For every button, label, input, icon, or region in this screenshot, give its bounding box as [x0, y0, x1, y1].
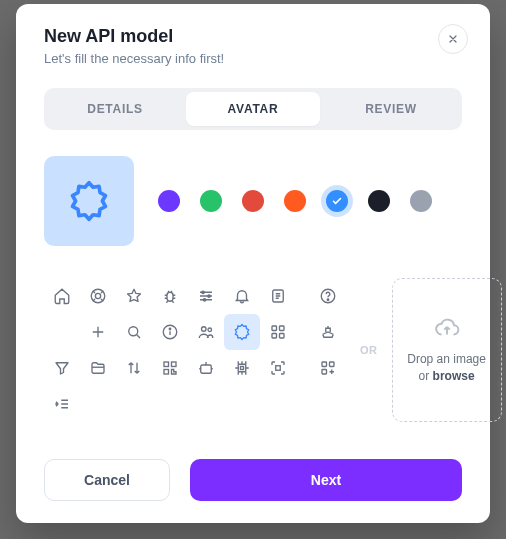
dropzone-text: Drop an image or browse	[407, 351, 486, 385]
dropzone-browse[interactable]: browse	[433, 369, 475, 383]
modal-header: New API model Let's fill the necessary i…	[44, 26, 462, 66]
icon-option-sort[interactable]	[116, 350, 152, 386]
icon-option-help[interactable]	[44, 314, 80, 350]
icon-option-users[interactable]	[188, 314, 224, 350]
icon-option-robot[interactable]	[188, 350, 224, 386]
icon-option-scan[interactable]	[260, 350, 296, 386]
info-icon	[161, 323, 179, 341]
lifebuoy-icon	[89, 287, 107, 305]
plus-icon	[89, 323, 107, 341]
svg-rect-27	[322, 370, 327, 375]
color-swatch-green[interactable]	[200, 190, 222, 212]
sort-icon	[125, 359, 143, 377]
svg-rect-13	[280, 326, 285, 331]
bell-icon	[233, 287, 251, 305]
svg-rect-14	[272, 334, 277, 339]
icon-option-grid[interactable]	[260, 314, 296, 350]
folder-icon	[89, 359, 107, 377]
new-api-model-modal: New API model Let's fill the necessary i…	[16, 4, 490, 523]
icon-option-sliders[interactable]	[188, 278, 224, 314]
modal-title: New API model	[44, 26, 462, 47]
help-icon	[319, 287, 337, 305]
svg-point-1	[95, 293, 100, 298]
tab-review[interactable]: REVIEW	[324, 92, 458, 126]
svg-point-7	[129, 327, 138, 336]
bug-icon	[161, 287, 179, 305]
color-swatch-red[interactable]	[242, 190, 264, 212]
cpu-icon	[233, 359, 251, 377]
tab-avatar[interactable]: AVATAR	[186, 92, 320, 126]
icon-option-help[interactable]	[310, 278, 346, 314]
color-swatch-black[interactable]	[368, 190, 390, 212]
icon-option-grid-add[interactable]	[310, 350, 346, 386]
close-button[interactable]	[438, 24, 468, 54]
cancel-button[interactable]: Cancel	[44, 459, 170, 501]
svg-rect-21	[241, 367, 244, 370]
dropzone-line1: Drop an image	[407, 352, 486, 366]
icon-option-star[interactable]	[116, 278, 152, 314]
filter-icon	[53, 359, 71, 377]
svg-rect-19	[201, 365, 212, 373]
next-button[interactable]: Next	[190, 459, 462, 501]
icon-option-plus[interactable]	[80, 314, 116, 350]
robot-icon	[197, 359, 215, 377]
modal-footer: Cancel Next	[44, 435, 462, 501]
svg-point-10	[202, 327, 207, 332]
sliders-icon	[197, 287, 215, 305]
image-dropzone[interactable]: Drop an image or browse	[392, 278, 502, 422]
svg-point-3	[202, 291, 204, 293]
color-swatch-blue[interactable]	[326, 190, 348, 212]
gear-icon	[67, 179, 111, 223]
gear-icon	[233, 323, 251, 341]
tab-details[interactable]: DETAILS	[48, 92, 182, 126]
icon-option-ship[interactable]	[310, 314, 346, 350]
svg-rect-17	[172, 362, 177, 367]
icon-option-gear[interactable]	[224, 314, 260, 350]
icon-option-bug[interactable]	[152, 278, 188, 314]
avatar-preview	[44, 156, 134, 246]
icon-option-folder[interactable]	[80, 350, 116, 386]
svg-point-4	[208, 295, 210, 297]
ship-icon	[319, 323, 337, 341]
star-icon	[125, 287, 143, 305]
icon-option-lifebuoy[interactable]	[80, 278, 116, 314]
note-icon	[269, 287, 287, 305]
icon-picker-area: OR Drop an image or browse	[44, 278, 462, 422]
svg-point-5	[203, 299, 205, 301]
indent-icon	[53, 395, 71, 413]
icon-option-indent[interactable]	[44, 386, 80, 422]
svg-rect-18	[164, 370, 169, 375]
color-swatch-purple[interactable]	[158, 190, 180, 212]
svg-rect-26	[330, 362, 335, 367]
icon-option-search[interactable]	[116, 314, 152, 350]
icon-option-home[interactable]	[44, 278, 80, 314]
icon-option-filter[interactable]	[44, 350, 80, 386]
home-icon	[53, 287, 71, 305]
grid-add-icon	[319, 359, 337, 377]
color-swatch-orange[interactable]	[284, 190, 306, 212]
dropzone-line2-prefix: or	[419, 369, 433, 383]
color-swatch-gray[interactable]	[410, 190, 432, 212]
icon-option-note[interactable]	[260, 278, 296, 314]
modal-subtitle: Let's fill the necessary info first!	[44, 51, 462, 66]
svg-rect-20	[238, 364, 246, 372]
scan-icon	[269, 359, 287, 377]
check-icon	[331, 195, 343, 207]
svg-point-24	[327, 299, 329, 301]
icon-grid	[44, 278, 296, 422]
svg-point-9	[169, 328, 171, 330]
icon-option-cpu[interactable]	[224, 350, 260, 386]
users-icon	[197, 323, 215, 341]
svg-rect-22	[276, 366, 281, 371]
icon-option-qr[interactable]	[152, 350, 188, 386]
svg-rect-25	[322, 362, 327, 367]
icon-option-bell[interactable]	[224, 278, 260, 314]
svg-rect-15	[280, 334, 285, 339]
svg-point-11	[208, 328, 212, 332]
or-divider: OR	[360, 344, 378, 356]
svg-rect-12	[272, 326, 277, 331]
search-icon	[125, 323, 143, 341]
icon-option-info[interactable]	[152, 314, 188, 350]
cloud-upload-icon	[434, 315, 460, 341]
svg-rect-2	[167, 292, 173, 301]
